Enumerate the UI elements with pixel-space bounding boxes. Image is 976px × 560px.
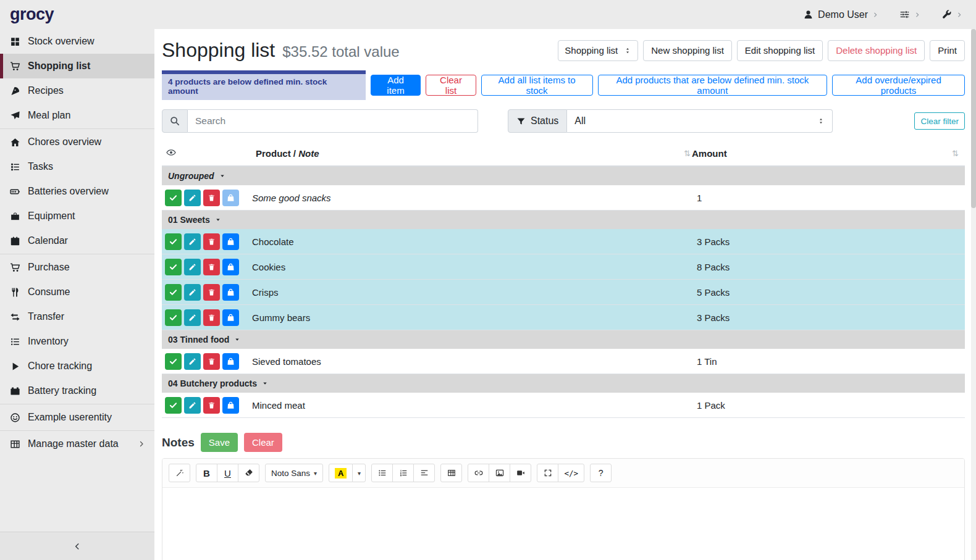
unordered-list-button[interactable] [371, 464, 393, 482]
highlight-color-button[interactable]: A [329, 464, 353, 482]
help-button[interactable]: ? [590, 464, 612, 482]
sidebar-item-equipment[interactable]: Equipment [0, 204, 154, 228]
bold-button[interactable]: B [196, 464, 217, 482]
row-add-to-stock-button[interactable] [222, 190, 239, 206]
sidebar-item-chores-overview[interactable]: Chores overview [0, 130, 154, 154]
font-family-select[interactable]: Noto Sans ▾ [265, 464, 323, 482]
check-icon [169, 314, 177, 322]
row-done-button[interactable] [165, 397, 182, 414]
sidebar-item-label: Shopping list [28, 61, 90, 72]
row-done-button[interactable] [165, 284, 182, 301]
underline-button[interactable]: U [217, 464, 238, 482]
row-edit-button[interactable] [184, 353, 201, 370]
notes-editor-area[interactable] [162, 488, 964, 560]
sidebar-item-transfer[interactable]: Transfer [0, 304, 154, 329]
add-all-to-stock-button[interactable]: Add all list items to stock [481, 75, 593, 96]
product-group-header[interactable]: 01 Sweets [162, 211, 965, 229]
row-delete-button[interactable] [203, 190, 220, 206]
page-scrollbar[interactable] [971, 29, 976, 560]
ordered-list-button[interactable] [392, 464, 414, 482]
sidebar-item-battery-tracking[interactable]: Battery tracking [0, 378, 154, 403]
row-delete-button[interactable] [203, 259, 220, 275]
sidebar-item-shopping-list[interactable]: Shopping list [0, 54, 154, 78]
row-add-to-stock-button[interactable] [222, 397, 239, 414]
product-group-header[interactable]: Ungrouped [162, 167, 965, 185]
status-select[interactable]: All [567, 109, 833, 133]
add-overdue-button[interactable]: Add overdue/expired products [832, 75, 965, 96]
row-add-to-stock-button[interactable] [222, 259, 239, 275]
row-done-button[interactable] [165, 190, 182, 206]
sort-icon[interactable]: ⇅ [952, 149, 960, 158]
notes-clear-button[interactable]: Clear [244, 433, 282, 452]
clear-formatting-button[interactable] [238, 464, 259, 482]
sidebar-item-stock-overview[interactable]: Stock overview [0, 29, 154, 54]
sidebar-item-recipes[interactable]: Recipes [0, 78, 154, 103]
row-delete-button[interactable] [203, 397, 220, 414]
code-view-button[interactable]: </> [558, 464, 584, 482]
sidebar-item-inventory[interactable]: Inventory [0, 329, 154, 354]
row-edit-button[interactable] [184, 259, 201, 275]
settings-menu[interactable] [899, 9, 920, 20]
row-actions [162, 309, 252, 326]
row-delete-button[interactable] [203, 284, 220, 301]
grocy-logo[interactable]: grocy [10, 5, 54, 24]
sidebar-item-meal-plan[interactable]: Meal plan [0, 103, 154, 128]
sidebar-item-batteries-overview[interactable]: Batteries overview [0, 179, 154, 204]
user-menu[interactable]: Demo User [803, 9, 878, 20]
scrollbar-thumb[interactable] [971, 29, 976, 208]
product-group-header[interactable]: 04 Butchery products [162, 374, 965, 393]
edit-shopping-list-button[interactable]: Edit shopping list [737, 40, 823, 61]
sidebar-item-tasks[interactable]: Tasks [0, 154, 154, 179]
row-add-to-stock-button[interactable] [222, 353, 239, 370]
row-edit-button[interactable] [184, 233, 201, 250]
sidebar-item-consume[interactable]: Consume [0, 280, 154, 304]
row-delete-button[interactable] [203, 353, 220, 370]
sidebar-item-calendar[interactable]: Calendar [0, 228, 154, 253]
product-group-header[interactable]: 03 Tinned food [162, 330, 965, 349]
min-stock-indicator[interactable]: 4 products are below defined min. stock … [162, 70, 366, 100]
sidebar-item-example-userentity[interactable]: Example userentity [0, 405, 154, 430]
new-shopping-list-button[interactable]: New shopping list [643, 40, 732, 61]
shopping-list-select[interactable]: Shopping list [558, 40, 638, 61]
row-done-button[interactable] [165, 233, 182, 250]
notes-save-button[interactable]: Save [201, 433, 238, 452]
sort-icon[interactable]: ⇅ [684, 149, 692, 158]
sidebar-item-purchase[interactable]: Purchase [0, 255, 154, 280]
row-add-to-stock-button[interactable] [222, 309, 239, 326]
row-done-button[interactable] [165, 309, 182, 326]
insert-video-button[interactable] [510, 464, 531, 482]
admin-menu[interactable] [941, 9, 962, 20]
add-item-button[interactable]: Add item [371, 75, 421, 96]
row-add-to-stock-button[interactable] [222, 284, 239, 301]
row-edit-button[interactable] [184, 397, 201, 414]
insert-picture-button[interactable] [489, 464, 510, 482]
search-input[interactable] [188, 109, 478, 133]
magic-style-button[interactable] [169, 464, 190, 482]
delete-shopping-list-button[interactable]: Delete shopping list [828, 40, 925, 61]
sidebar-item-manage-master-data[interactable]: Manage master data [0, 432, 154, 456]
insert-table-button[interactable] [440, 464, 462, 482]
product-column-header[interactable]: Product / Note ⇅ [256, 148, 692, 159]
insert-link-button[interactable] [468, 464, 489, 482]
sidebar-item-chore-tracking[interactable]: Chore tracking [0, 354, 154, 378]
row-done-button[interactable] [165, 353, 182, 370]
row-add-to-stock-button[interactable] [222, 233, 239, 250]
chevron-right-icon [914, 12, 920, 18]
row-edit-button[interactable] [184, 309, 201, 326]
add-below-min-stock-button[interactable]: Add products that are below defined min.… [598, 75, 828, 96]
eraser-icon [245, 469, 253, 477]
fullscreen-button[interactable] [537, 464, 558, 482]
clear-filter-button[interactable]: Clear filter [914, 112, 965, 130]
amount-column-header[interactable]: Amount ⇅ [692, 148, 960, 159]
row-edit-button[interactable] [184, 190, 201, 206]
row-done-button[interactable] [165, 259, 182, 275]
sidebar-collapse-button[interactable] [0, 532, 154, 560]
row-delete-button[interactable] [203, 309, 220, 326]
print-button[interactable]: Print [930, 40, 965, 61]
row-delete-button[interactable] [203, 233, 220, 250]
paragraph-align-button[interactable] [413, 464, 435, 482]
caret-down-icon [262, 380, 268, 387]
row-edit-button[interactable] [184, 284, 201, 301]
clear-list-button[interactable]: Clear list [426, 75, 476, 96]
highlight-color-caret-button[interactable]: ▾ [352, 464, 366, 482]
